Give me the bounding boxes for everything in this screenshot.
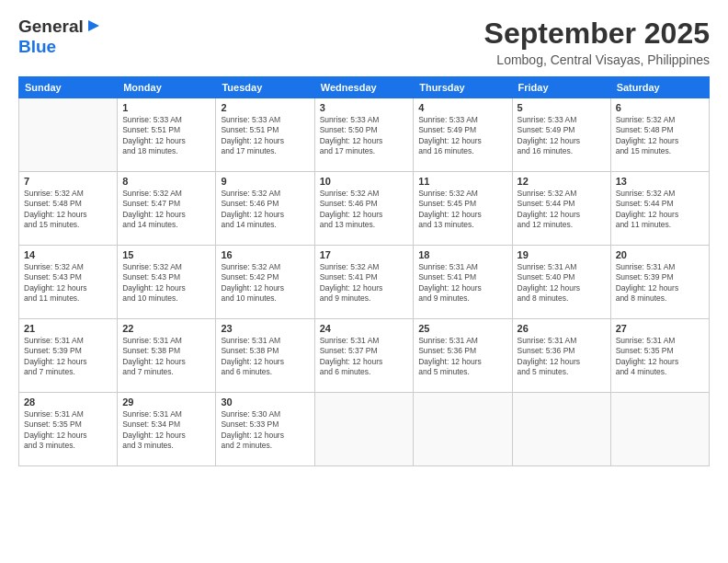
table-row: 29Sunrise: 5:31 AM Sunset: 5:34 PM Dayli…: [118, 393, 216, 466]
table-row: 7Sunrise: 5:32 AM Sunset: 5:48 PM Daylig…: [19, 172, 118, 246]
day-info: Sunrise: 5:32 AM Sunset: 5:43 PM Dayligh…: [24, 262, 112, 304]
week-row-3: 14Sunrise: 5:32 AM Sunset: 5:43 PM Dayli…: [19, 246, 710, 319]
day-number: 9: [221, 176, 309, 187]
header: General Blue September 2025 Lombog, Cent…: [18, 17, 710, 67]
day-info: Sunrise: 5:31 AM Sunset: 5:35 PM Dayligh…: [24, 409, 112, 452]
table-row: 19Sunrise: 5:31 AM Sunset: 5:40 PM Dayli…: [512, 246, 610, 319]
table-row: 1Sunrise: 5:33 AM Sunset: 5:51 PM Daylig…: [118, 98, 216, 172]
table-row: 22Sunrise: 5:31 AM Sunset: 5:38 PM Dayli…: [118, 319, 216, 393]
table-row: 21Sunrise: 5:31 AM Sunset: 5:39 PM Dayli…: [19, 319, 118, 393]
day-info: Sunrise: 5:32 AM Sunset: 5:44 PM Dayligh…: [616, 189, 704, 231]
week-row-2: 7Sunrise: 5:32 AM Sunset: 5:48 PM Daylig…: [19, 172, 710, 246]
week-row-4: 21Sunrise: 5:31 AM Sunset: 5:39 PM Dayli…: [19, 319, 710, 393]
day-number: 28: [24, 396, 112, 408]
day-number: 23: [221, 323, 309, 334]
table-row: 23Sunrise: 5:31 AM Sunset: 5:38 PM Dayli…: [216, 319, 314, 393]
day-number: 17: [320, 249, 409, 260]
col-wednesday: Wednesday: [314, 77, 414, 98]
day-number: 26: [518, 323, 606, 334]
day-number: 30: [221, 396, 309, 408]
table-row: 26Sunrise: 5:31 AM Sunset: 5:36 PM Dayli…: [512, 319, 610, 393]
day-number: 16: [221, 249, 309, 260]
table-row: 11Sunrise: 5:32 AM Sunset: 5:45 PM Dayli…: [414, 172, 512, 246]
week-row-1: 1Sunrise: 5:33 AM Sunset: 5:51 PM Daylig…: [19, 98, 710, 172]
table-row: 12Sunrise: 5:32 AM Sunset: 5:44 PM Dayli…: [512, 172, 610, 246]
day-info: Sunrise: 5:31 AM Sunset: 5:38 PM Dayligh…: [122, 336, 210, 378]
table-row: 8Sunrise: 5:32 AM Sunset: 5:47 PM Daylig…: [118, 172, 216, 246]
table-row: 5Sunrise: 5:33 AM Sunset: 5:49 PM Daylig…: [512, 98, 610, 172]
day-number: 5: [518, 102, 606, 113]
day-number: 18: [418, 249, 506, 260]
table-row: 4Sunrise: 5:33 AM Sunset: 5:49 PM Daylig…: [414, 98, 512, 172]
day-number: 3: [320, 102, 409, 113]
table-row: 17Sunrise: 5:32 AM Sunset: 5:41 PM Dayli…: [314, 246, 414, 319]
day-info: Sunrise: 5:31 AM Sunset: 5:39 PM Dayligh…: [616, 262, 704, 304]
day-number: 6: [616, 102, 704, 113]
day-number: 19: [518, 249, 606, 260]
day-info: Sunrise: 5:32 AM Sunset: 5:48 PM Dayligh…: [616, 115, 704, 157]
table-row: 13Sunrise: 5:32 AM Sunset: 5:44 PM Dayli…: [610, 172, 709, 246]
logo-arrow-icon: [86, 18, 101, 37]
day-info: Sunrise: 5:33 AM Sunset: 5:51 PM Dayligh…: [122, 115, 210, 157]
table-row: [414, 393, 512, 466]
day-info: Sunrise: 5:31 AM Sunset: 5:36 PM Dayligh…: [518, 336, 606, 378]
day-info: Sunrise: 5:32 AM Sunset: 5:46 PM Dayligh…: [320, 189, 409, 231]
day-number: 8: [122, 176, 210, 187]
table-row: 3Sunrise: 5:33 AM Sunset: 5:50 PM Daylig…: [314, 98, 414, 172]
day-info: Sunrise: 5:31 AM Sunset: 5:38 PM Dayligh…: [221, 336, 309, 378]
day-info: Sunrise: 5:32 AM Sunset: 5:47 PM Dayligh…: [122, 189, 210, 231]
day-info: Sunrise: 5:31 AM Sunset: 5:40 PM Dayligh…: [518, 262, 606, 304]
day-info: Sunrise: 5:31 AM Sunset: 5:39 PM Dayligh…: [24, 336, 112, 378]
day-number: 10: [320, 176, 409, 187]
day-number: 2: [221, 102, 309, 113]
day-info: Sunrise: 5:32 AM Sunset: 5:45 PM Dayligh…: [418, 189, 506, 231]
day-number: 21: [24, 323, 112, 334]
week-row-5: 28Sunrise: 5:31 AM Sunset: 5:35 PM Dayli…: [19, 393, 710, 466]
day-number: 27: [616, 323, 704, 334]
day-number: 20: [616, 249, 704, 260]
table-row: 15Sunrise: 5:32 AM Sunset: 5:43 PM Dayli…: [118, 246, 216, 319]
table-row: 16Sunrise: 5:32 AM Sunset: 5:42 PM Dayli…: [216, 246, 314, 319]
page: General Blue September 2025 Lombog, Cent…: [0, 0, 728, 563]
day-info: Sunrise: 5:32 AM Sunset: 5:43 PM Dayligh…: [122, 262, 210, 304]
day-info: Sunrise: 5:32 AM Sunset: 5:41 PM Dayligh…: [320, 262, 409, 304]
day-number: 11: [418, 176, 506, 187]
day-number: 14: [24, 249, 112, 260]
logo-blue: Blue: [18, 37, 56, 56]
table-row: 14Sunrise: 5:32 AM Sunset: 5:43 PM Dayli…: [19, 246, 118, 319]
day-number: 1: [122, 102, 210, 113]
day-info: Sunrise: 5:31 AM Sunset: 5:36 PM Dayligh…: [418, 336, 506, 378]
svg-marker-0: [88, 20, 99, 31]
col-sunday: Sunday: [19, 77, 118, 98]
day-info: Sunrise: 5:32 AM Sunset: 5:42 PM Dayligh…: [221, 262, 309, 304]
table-row: [610, 393, 709, 466]
day-number: 29: [122, 396, 210, 408]
day-number: 4: [418, 102, 506, 113]
day-number: 25: [418, 323, 506, 334]
table-row: [19, 98, 118, 172]
day-info: Sunrise: 5:33 AM Sunset: 5:49 PM Dayligh…: [418, 115, 506, 157]
calendar-subtitle: Lombog, Central Visayas, Philippines: [484, 52, 710, 67]
day-number: 12: [518, 176, 606, 187]
table-row: 24Sunrise: 5:31 AM Sunset: 5:37 PM Dayli…: [314, 319, 414, 393]
calendar-title: September 2025: [484, 17, 710, 51]
table-row: 10Sunrise: 5:32 AM Sunset: 5:46 PM Dayli…: [314, 172, 414, 246]
day-info: Sunrise: 5:32 AM Sunset: 5:46 PM Dayligh…: [221, 189, 309, 231]
day-info: Sunrise: 5:30 AM Sunset: 5:33 PM Dayligh…: [221, 409, 309, 452]
day-number: 15: [122, 249, 210, 260]
table-row: [314, 393, 414, 466]
day-info: Sunrise: 5:33 AM Sunset: 5:49 PM Dayligh…: [518, 115, 606, 157]
logo-general: General: [18, 17, 84, 37]
day-info: Sunrise: 5:32 AM Sunset: 5:44 PM Dayligh…: [518, 189, 606, 231]
day-number: 13: [616, 176, 704, 187]
col-saturday: Saturday: [610, 77, 709, 98]
col-friday: Friday: [512, 77, 610, 98]
col-monday: Monday: [118, 77, 216, 98]
table-row: 20Sunrise: 5:31 AM Sunset: 5:39 PM Dayli…: [610, 246, 709, 319]
table-row: 9Sunrise: 5:32 AM Sunset: 5:46 PM Daylig…: [216, 172, 314, 246]
table-row: 18Sunrise: 5:31 AM Sunset: 5:41 PM Dayli…: [414, 246, 512, 319]
table-row: 6Sunrise: 5:32 AM Sunset: 5:48 PM Daylig…: [610, 98, 709, 172]
day-info: Sunrise: 5:31 AM Sunset: 5:37 PM Dayligh…: [320, 336, 409, 378]
table-row: 30Sunrise: 5:30 AM Sunset: 5:33 PM Dayli…: [216, 393, 314, 466]
logo: General Blue: [18, 17, 101, 57]
